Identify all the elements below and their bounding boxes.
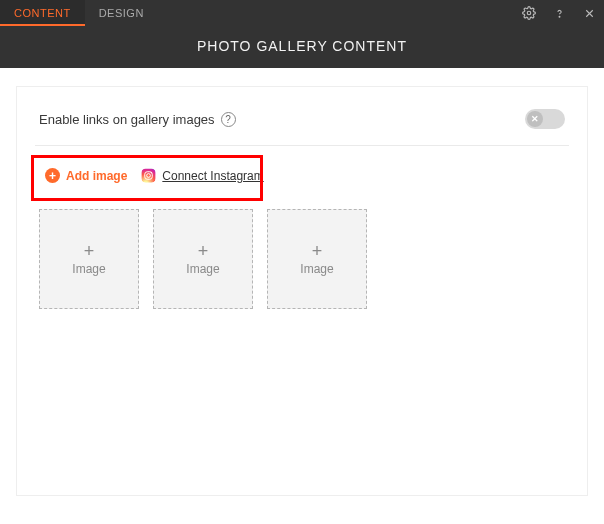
enable-links-label: Enable links on gallery images bbox=[39, 112, 215, 127]
option-enable-links: Enable links on gallery images ? ✕ bbox=[39, 109, 565, 129]
image-placeholder[interactable]: + Image bbox=[153, 209, 253, 309]
plus-circle-icon: + bbox=[45, 168, 60, 183]
thumbnail-row: + Image + Image + Image bbox=[39, 209, 565, 309]
divider bbox=[35, 145, 569, 146]
action-row: + Add image bbox=[35, 158, 569, 193]
content-area: Enable links on gallery images ? ✕ + Add… bbox=[0, 68, 604, 514]
svg-point-1 bbox=[559, 16, 560, 17]
instagram-icon bbox=[141, 168, 156, 183]
add-image-label: Add image bbox=[66, 169, 127, 183]
plus-icon: + bbox=[198, 242, 209, 260]
tab-content[interactable]: CONTENT bbox=[0, 0, 85, 26]
connect-instagram-button[interactable]: Connect Instagram bbox=[141, 168, 263, 183]
svg-point-0 bbox=[527, 11, 531, 15]
header-bar: CONTENT DESIGN PHOTO GALLERY CONTENT bbox=[0, 0, 604, 68]
plus-icon: + bbox=[84, 242, 95, 260]
tab-row: CONTENT DESIGN bbox=[0, 0, 604, 26]
close-icon[interactable] bbox=[574, 0, 604, 26]
connect-instagram-label: Connect Instagram bbox=[162, 169, 263, 183]
image-placeholder-label: Image bbox=[72, 262, 105, 276]
help-tooltip-icon[interactable]: ? bbox=[221, 112, 236, 127]
image-placeholder-label: Image bbox=[186, 262, 219, 276]
svg-point-5 bbox=[151, 172, 152, 173]
enable-links-label-group: Enable links on gallery images ? bbox=[39, 112, 236, 127]
svg-rect-2 bbox=[142, 169, 156, 183]
enable-links-toggle[interactable]: ✕ bbox=[525, 109, 565, 129]
add-image-button[interactable]: + Add image bbox=[45, 168, 127, 183]
toggle-knob: ✕ bbox=[527, 111, 543, 127]
panel: Enable links on gallery images ? ✕ + Add… bbox=[16, 86, 588, 496]
tab-design[interactable]: DESIGN bbox=[85, 0, 158, 26]
panel-title: PHOTO GALLERY CONTENT bbox=[0, 26, 604, 68]
image-placeholder[interactable]: + Image bbox=[267, 209, 367, 309]
image-placeholder-label: Image bbox=[300, 262, 333, 276]
help-icon[interactable] bbox=[544, 0, 574, 26]
image-placeholder[interactable]: + Image bbox=[39, 209, 139, 309]
plus-icon: + bbox=[312, 242, 323, 260]
settings-icon[interactable] bbox=[514, 0, 544, 26]
